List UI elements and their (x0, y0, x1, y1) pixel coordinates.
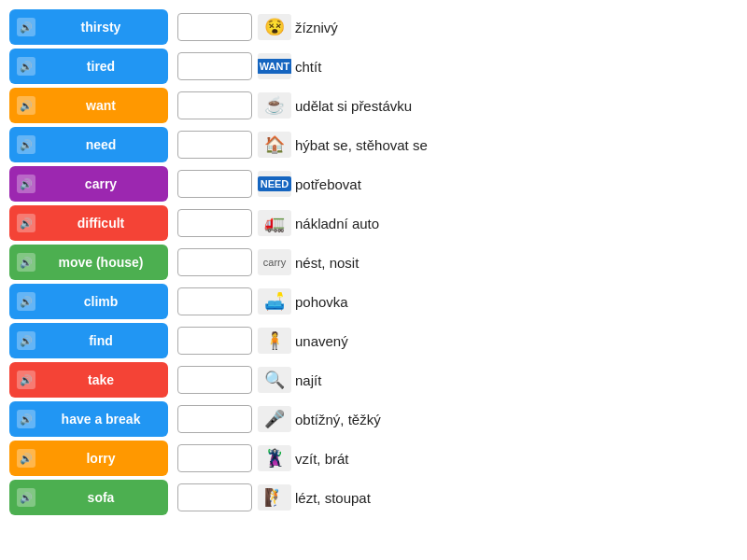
match-row: 😵žíznivý (177, 9, 738, 45)
match-content-3: 🏠hýbat se, stěhovat se (258, 132, 428, 158)
match-row: 🏠hýbat se, stěhovat se (177, 127, 738, 162)
word-btn-label-need: need (41, 137, 161, 153)
word-btn-label-lorry: lorry (41, 451, 161, 467)
match-emoji-6: carry (258, 249, 291, 275)
word-btn-have-a-break[interactable]: 🔊have a break (9, 401, 168, 437)
match-input-12[interactable] (177, 483, 252, 511)
speaker-icon[interactable]: 🔊 (17, 96, 35, 115)
word-btn-sofa[interactable]: 🔊sofa (9, 480, 168, 515)
match-content-9: 🔍najít (258, 367, 321, 393)
match-text-12: lézt, stoupat (295, 490, 371, 506)
match-row: 🧗lézt, stoupat (177, 480, 738, 515)
match-emoji-0: 😵 (258, 14, 291, 40)
speaker-icon[interactable]: 🔊 (17, 253, 35, 272)
match-input-8[interactable] (177, 327, 252, 355)
match-text-2: udělat si přestávku (295, 98, 412, 114)
match-text-10: obtížný, těžký (295, 412, 381, 427)
match-input-10[interactable] (177, 405, 252, 433)
speaker-icon[interactable]: 🔊 (17, 57, 35, 76)
match-input-6[interactable] (177, 248, 252, 276)
match-content-0: 😵žíznivý (258, 14, 338, 40)
match-emoji-8: 🧍 (258, 328, 291, 354)
word-btn-label-find: find (41, 333, 161, 349)
match-input-9[interactable] (177, 366, 252, 394)
match-emoji-3: 🏠 (258, 132, 291, 158)
match-text-3: hýbat se, stěhovat se (295, 137, 428, 153)
word-btn-want[interactable]: 🔊want (9, 88, 168, 123)
match-input-2[interactable] (177, 91, 252, 119)
word-btn-label-take: take (41, 372, 161, 388)
match-text-8: unavený (295, 333, 348, 349)
match-input-11[interactable] (177, 444, 252, 472)
match-row: 🎤obtížný, těžký (177, 401, 738, 437)
speaker-icon[interactable]: 🔊 (17, 18, 35, 36)
speaker-icon[interactable]: 🔊 (17, 135, 35, 154)
match-emoji-4: NEED (258, 171, 291, 197)
word-btn-lorry[interactable]: 🔊lorry (9, 441, 168, 476)
match-content-4: NEEDpotřebovat (258, 171, 361, 197)
match-rows-column: 😵žíznivýWANTchtít☕udělat si přestávku🏠hý… (177, 9, 738, 551)
match-input-1[interactable] (177, 52, 252, 80)
match-content-11: 🦹vzít, brát (258, 445, 349, 471)
speaker-icon[interactable]: 🔊 (17, 371, 35, 389)
match-input-0[interactable] (177, 13, 252, 41)
match-row: 🦹vzít, brát (177, 441, 738, 476)
speaker-icon[interactable]: 🔊 (17, 410, 35, 428)
word-btn-label-have-a-break: have a break (41, 412, 161, 427)
match-input-7[interactable] (177, 287, 252, 315)
word-btn-label-move-house: move (house) (41, 255, 161, 271)
match-row: ☕udělat si přestávku (177, 88, 738, 123)
match-row: carrynést, nosit (177, 245, 738, 280)
word-btn-label-thirsty: thirsty (41, 20, 161, 35)
match-content-2: ☕udělat si přestávku (258, 92, 412, 119)
speaker-icon[interactable]: 🔊 (17, 488, 35, 507)
match-input-4[interactable] (177, 170, 252, 198)
match-text-5: nákladní auto (295, 216, 379, 231)
match-content-6: carrynést, nosit (258, 249, 359, 275)
match-emoji-1: WANT (258, 53, 291, 79)
match-text-11: vzít, brát (295, 451, 349, 467)
match-emoji-2: ☕ (258, 92, 291, 119)
match-row: 🛋️pohovka (177, 284, 738, 319)
word-btn-label-want: want (41, 98, 161, 114)
word-btn-tired[interactable]: 🔊tired (9, 49, 168, 84)
word-btn-need[interactable]: 🔊need (9, 127, 168, 162)
word-btn-thirsty[interactable]: 🔊thirsty (9, 9, 168, 45)
word-btn-difficult[interactable]: 🔊difficult (9, 205, 168, 241)
speaker-icon[interactable]: 🔊 (17, 214, 35, 232)
match-row: 🚛nákladní auto (177, 205, 738, 241)
speaker-icon[interactable]: 🔊 (17, 449, 35, 468)
match-input-5[interactable] (177, 209, 252, 237)
word-btn-label-tired: tired (41, 59, 161, 75)
word-btn-label-sofa: sofa (41, 490, 161, 506)
word-btn-label-carry: carry (41, 176, 161, 192)
match-text-7: pohovka (295, 294, 348, 310)
match-content-1: WANTchtít (258, 53, 321, 79)
match-emoji-11: 🦹 (258, 445, 291, 471)
match-emoji-9: 🔍 (258, 367, 291, 393)
match-row: WANTchtít (177, 49, 738, 84)
match-input-3[interactable] (177, 131, 252, 159)
word-btn-move-house[interactable]: 🔊move (house) (9, 245, 168, 280)
speaker-icon[interactable]: 🔊 (17, 175, 35, 193)
match-content-8: 🧍unavený (258, 328, 348, 354)
match-text-9: najít (295, 372, 321, 388)
word-btn-find[interactable]: 🔊find (9, 323, 168, 358)
match-content-5: 🚛nákladní auto (258, 210, 379, 236)
match-emoji-12: 🧗 (258, 484, 291, 511)
match-text-0: žíznivý (295, 20, 338, 35)
word-btn-label-difficult: difficult (41, 216, 161, 231)
word-btn-label-climb: climb (41, 294, 161, 310)
match-text-4: potřebovat (295, 176, 361, 192)
speaker-icon[interactable]: 🔊 (17, 292, 35, 311)
match-row: 🧍unavený (177, 323, 738, 358)
match-emoji-5: 🚛 (258, 210, 291, 236)
match-row: 🔍najít (177, 362, 738, 398)
word-btn-climb[interactable]: 🔊climb (9, 284, 168, 319)
match-row: NEEDpotřebovat (177, 166, 738, 202)
word-btn-carry[interactable]: 🔊carry (9, 166, 168, 202)
word-btn-take[interactable]: 🔊take (9, 362, 168, 398)
match-text-6: nést, nosit (295, 255, 359, 271)
speaker-icon[interactable]: 🔊 (17, 331, 35, 350)
match-content-12: 🧗lézt, stoupat (258, 484, 371, 511)
